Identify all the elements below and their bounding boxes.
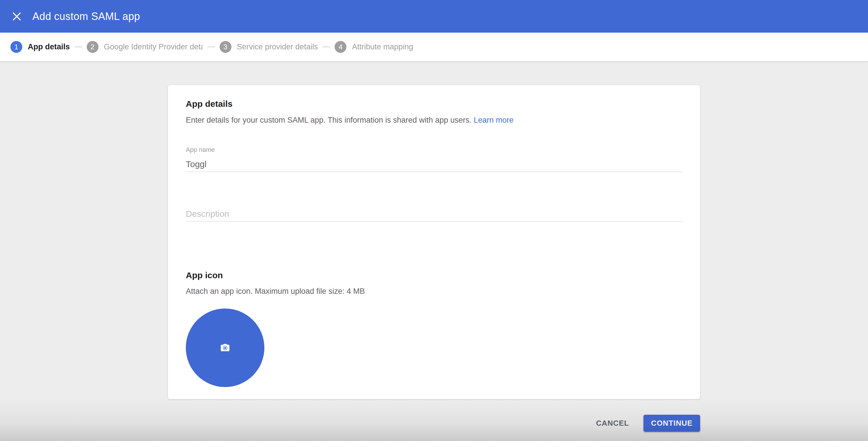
step-separator	[208, 46, 215, 47]
step-google-idp-details: 2 Google Identity Provider details	[87, 41, 203, 53]
app-details-description: Enter details for your custom SAML app. …	[186, 116, 683, 124]
step-4-circle: 4	[335, 41, 346, 53]
app-details-card: App details Enter details for your custo…	[168, 85, 700, 399]
step-4-label: Attribute mapping	[352, 42, 413, 52]
app-icon-heading: App icon	[186, 271, 683, 280]
footer-actions: CANCEL CONTINUE	[168, 415, 700, 432]
description-input[interactable]	[186, 209, 683, 222]
close-icon	[12, 11, 22, 21]
step-3-circle: 3	[220, 41, 231, 53]
step-service-provider-details: 3 Service provider details	[220, 41, 318, 53]
step-attribute-mapping: 4 Attribute mapping	[335, 41, 413, 53]
camera-icon	[220, 343, 230, 353]
step-app-details: 1 App details	[10, 41, 70, 53]
app-icon-upload-button[interactable]	[186, 308, 265, 387]
app-details-description-text: Enter details for your custom SAML app. …	[186, 116, 471, 125]
step-separator	[322, 46, 330, 47]
app-name-field: App name	[186, 147, 683, 172]
continue-button[interactable]: CONTINUE	[644, 415, 700, 432]
app-name-label: App name	[186, 147, 683, 153]
step-3-label: Service provider details	[237, 42, 318, 52]
app-details-heading: App details	[186, 100, 683, 108]
step-1-circle: 1	[10, 41, 22, 53]
step-1-label: App details	[28, 42, 70, 52]
dialog-header: Add custom SAML app	[0, 0, 868, 33]
main-content: App details Enter details for your custo…	[0, 85, 868, 432]
stepper: 1 App details 2 Google Identity Provider…	[0, 33, 868, 61]
step-2-label: Google Identity Provider details	[104, 42, 203, 52]
description-field	[186, 209, 683, 222]
app-icon-description: Attach an app icon. Maximum upload file …	[186, 287, 683, 295]
cancel-button[interactable]: CANCEL	[595, 416, 630, 431]
app-name-input[interactable]	[186, 159, 683, 172]
step-2-circle: 2	[87, 41, 98, 53]
close-button[interactable]	[10, 9, 24, 23]
step-separator	[74, 46, 82, 47]
page-title: Add custom SAML app	[32, 10, 140, 23]
learn-more-link[interactable]: Learn more	[473, 116, 514, 125]
